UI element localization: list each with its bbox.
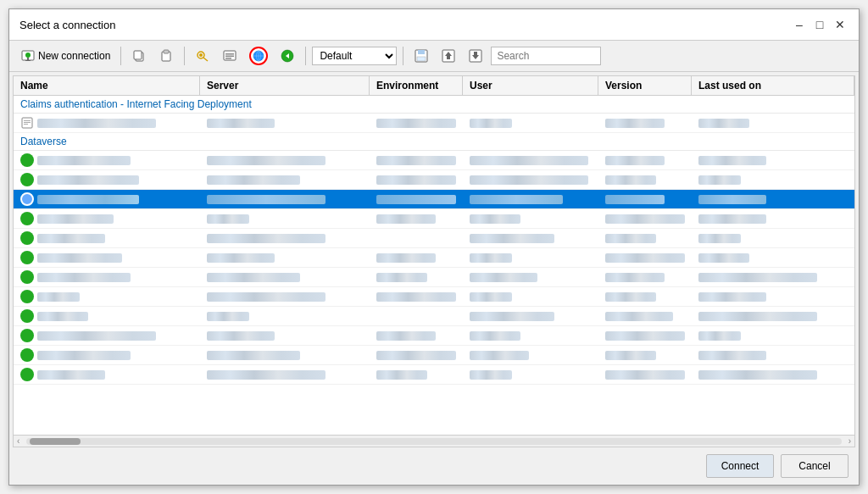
new-connection-icon: [20, 48, 36, 64]
table-row[interactable]: [14, 151, 854, 170]
cell-last-used: [692, 268, 854, 286]
back-icon: [280, 48, 295, 64]
globe-button[interactable]: [245, 44, 272, 68]
cell-env: [370, 229, 463, 247]
cell-server: [200, 365, 370, 384]
cell-user: [463, 248, 598, 267]
cell-user: [463, 268, 598, 286]
minimize-button[interactable]: –: [791, 16, 808, 33]
table-row[interactable]: [14, 229, 854, 248]
cell-server: [200, 151, 370, 169]
cell-user: [463, 170, 598, 189]
export-button[interactable]: [437, 46, 460, 66]
cancel-button[interactable]: Cancel: [781, 454, 849, 478]
status-icon: [20, 290, 34, 303]
cell-last-used: [692, 346, 854, 364]
search-input[interactable]: [491, 47, 601, 65]
header-name: Name: [14, 76, 200, 95]
dialog-window: Select a connection – □ ✕ New connection: [8, 8, 860, 486]
separator-2: [184, 47, 185, 65]
table-row[interactable]: [14, 287, 854, 307]
edit-button[interactable]: [191, 46, 214, 66]
new-connection-button[interactable]: New connection: [16, 46, 114, 66]
horizontal-scrollbar[interactable]: ‹ ›: [14, 435, 854, 447]
restore-button[interactable]: □: [811, 16, 828, 33]
cell-name: [14, 248, 200, 267]
group-header-claims: Claims authentication - Internet Facing …: [14, 96, 854, 114]
cell-version: [598, 114, 692, 132]
save-button[interactable]: [409, 46, 433, 66]
cell-server: [200, 326, 370, 345]
table-row[interactable]: [14, 365, 854, 385]
svg-line-9: [203, 58, 208, 61]
cell-version: [598, 151, 692, 169]
cell-user: [463, 307, 598, 325]
table-row[interactable]: [14, 326, 854, 346]
svg-rect-5: [134, 51, 142, 59]
cell-server: [200, 287, 370, 306]
svg-rect-29: [24, 120, 31, 121]
doc-icon: [20, 116, 34, 130]
import-button[interactable]: [464, 46, 487, 66]
cell-last-used: [692, 209, 854, 228]
cell-version: [598, 209, 692, 228]
cell-name: [14, 346, 200, 364]
default-dropdown[interactable]: Default: [312, 47, 397, 65]
cell-env: [370, 170, 463, 189]
table-row[interactable]: [14, 114, 854, 133]
cell-version: [598, 346, 692, 364]
separator-1: [120, 47, 121, 65]
svg-rect-12: [225, 53, 234, 55]
cell-version: [598, 326, 692, 345]
status-icon: [20, 251, 34, 264]
key-icon: [195, 48, 210, 64]
table-row[interactable]: [14, 170, 854, 190]
status-icon: [20, 329, 34, 342]
table-row[interactable]: [14, 307, 854, 326]
cell-server: [200, 190, 370, 208]
cell-env: [370, 268, 463, 286]
cell-name: [14, 268, 200, 286]
status-icon: [20, 192, 34, 206]
table-body: Claims authentication - Internet Facing …: [14, 96, 854, 435]
paste-button[interactable]: [154, 46, 178, 66]
table-row[interactable]: [14, 248, 854, 268]
cell-env: [370, 307, 463, 325]
header-server: Server: [200, 76, 370, 95]
title-bar: Select a connection – □ ✕: [9, 9, 859, 41]
copy-icon: [131, 48, 147, 64]
status-icon: [20, 231, 34, 245]
cell-last-used: [692, 365, 854, 384]
header-environment: Environment: [370, 76, 463, 95]
svg-point-1: [25, 53, 31, 58]
cell-name: [14, 229, 200, 247]
cell-user: [463, 365, 598, 384]
close-button[interactable]: ✕: [832, 16, 849, 33]
cell-server: [200, 346, 370, 364]
cell-env: [370, 326, 463, 345]
cell-version: [598, 248, 692, 267]
table-row[interactable]: [14, 346, 854, 365]
table-row[interactable]: [14, 209, 854, 229]
cell-name: [14, 114, 200, 132]
cell-server: [200, 307, 370, 325]
copy-button[interactable]: [127, 46, 151, 66]
table-row[interactable]: [14, 268, 854, 287]
cell-user: [463, 209, 598, 228]
table-header: Name Server Environment User Version Las…: [14, 76, 854, 96]
window-controls: – □ ✕: [791, 16, 849, 33]
back-button[interactable]: [275, 46, 299, 66]
cell-last-used: [692, 248, 854, 267]
connect-button[interactable]: Connect: [706, 454, 774, 478]
import-icon: [468, 48, 483, 64]
cell-server: [200, 268, 370, 286]
cell-user: [463, 287, 598, 306]
settings-button[interactable]: [218, 46, 242, 66]
cell-version: [598, 287, 692, 306]
cell-version: [598, 170, 692, 189]
scroll-track: [26, 438, 841, 445]
cell-name: [14, 287, 200, 306]
table-row-selected[interactable]: [14, 190, 854, 209]
status-icon: [20, 348, 34, 362]
cell-last-used: [692, 229, 854, 247]
